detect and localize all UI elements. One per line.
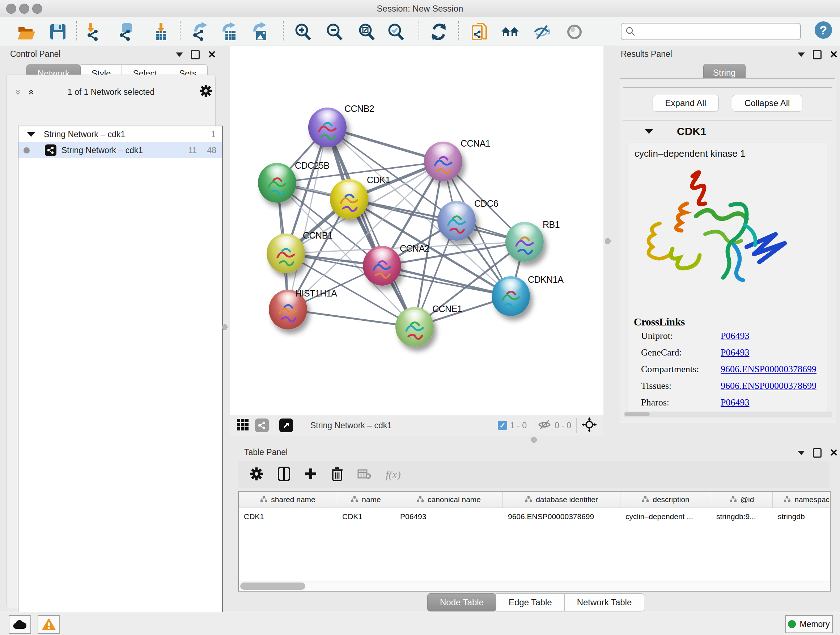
share-document-icon[interactable] [469,22,489,42]
network-node-CDC25B[interactable] [258,163,296,203]
tab-node-table[interactable]: Node Table [427,593,496,611]
fit-content-crosshair-icon[interactable] [582,417,597,434]
crosslink-link[interactable]: P06493 [721,397,749,408]
network-options-gear-icon[interactable] [199,84,212,99]
crosslink-link[interactable]: P06493 [721,347,749,358]
save-session-icon[interactable] [48,22,68,42]
open-session-icon[interactable] [16,22,36,42]
import-network-icon[interactable] [85,22,105,42]
tab-network-table[interactable]: Network Table [565,593,645,611]
crosslink-label: Pharos: [641,397,669,408]
export-table-icon[interactable] [218,22,239,42]
table-cell: CDK1 [337,508,395,525]
toolbar-separator [418,21,419,41]
network-node-CCNB2[interactable] [308,108,347,147]
column-header-database-identifier[interactable]: database identifier [503,492,621,508]
string-home-icon[interactable] [500,22,520,42]
show-all-icon[interactable] [564,22,584,42]
warnings-button[interactable] [38,615,60,634]
footer-separator [274,418,274,432]
search-input[interactable] [636,27,800,36]
birds-eye-view-icon[interactable] [236,418,249,432]
export-image-icon[interactable] [249,22,270,42]
column-header-namespace[interactable]: namespace [773,492,831,508]
panel-close-icon[interactable]: ✕ [829,51,838,58]
hidden-eye-slash-icon[interactable] [537,419,552,432]
scrollbar-thumb[interactable] [240,583,305,590]
column-header-canonical-name[interactable]: canonical name [395,492,503,508]
zoom-fit-icon[interactable] [356,22,377,42]
column-header--id[interactable]: @id [711,492,773,508]
network-node-CCNE1[interactable] [395,307,434,347]
panel-float-icon[interactable] [798,52,805,57]
gene-section-header[interactable]: CDK1 [623,121,832,142]
collection-collapse-icon[interactable] [27,132,35,137]
import-table-icon[interactable] [149,22,169,42]
crosslink-link[interactable]: 9606.ENSP00000378699 [721,380,816,391]
panel-maximize-icon[interactable] [191,50,200,59]
table-horizontal-scrollbar[interactable] [239,581,830,591]
node-label-CCNB1: CCNB1 [303,230,332,241]
network-node-CCNA1[interactable] [424,141,462,181]
network-view-canvas[interactable]: CCNB2 CCNA1 CDC25B CDK1 CDC6 RB1 CCNB1 C… [230,46,603,415]
network-collection-row[interactable]: String Network – cdk1 1 [19,126,222,142]
crosslink-label: Compartments: [641,364,699,375]
network-node-CDK1[interactable] [330,179,368,219]
network-node-CCNB1[interactable] [267,233,305,273]
protein-structure-thumbnail [369,255,395,282]
table-row[interactable]: CDK1CDK1P064939606.ENSP00000378699cyclin… [239,508,830,525]
network-row-selected[interactable]: String Network – cdk1 11 48 [19,142,222,158]
column-label: database identifier [536,495,598,504]
network-node-CCNA2[interactable] [363,246,401,286]
network-node-CDC6[interactable] [437,201,476,241]
cloud-status-button[interactable] [9,615,31,634]
panel-float-icon[interactable] [798,451,805,455]
selected-checkbox-icon[interactable]: ✓ [498,421,507,430]
network-overview-icon[interactable] [255,418,269,432]
panel-maximize-icon[interactable] [813,50,821,59]
refresh-icon[interactable] [429,22,449,42]
table-options-gear-icon[interactable] [249,467,264,482]
export-network-icon[interactable] [190,22,210,42]
delete-column-trash-icon[interactable] [332,467,343,483]
protein-structure-thumbnail [402,317,427,343]
panel-close-icon[interactable]: ✕ [208,51,216,58]
panel-maximize-icon[interactable] [813,448,821,458]
import-network-from-database-icon[interactable] [117,22,137,42]
column-type-icon [729,495,737,504]
right-splitter-handle[interactable] [605,238,611,244]
results-horizontal-scrollbar[interactable] [624,412,832,417]
bottom-splitter-handle[interactable] [531,437,537,443]
left-splitter-handle[interactable] [222,325,227,330]
delete-table-icon [357,469,371,481]
scrollbar-thumb[interactable] [624,412,650,416]
network-node-RB1[interactable] [505,222,544,262]
section-collapse-icon[interactable] [645,129,653,134]
zoom-selected-icon[interactable] [386,22,406,42]
memory-button[interactable]: Memory [785,615,833,633]
hide-selected-icon[interactable] [531,22,552,42]
panel-close-icon[interactable]: ✕ [829,449,838,456]
zoom-out-icon[interactable] [324,22,344,42]
panel-float-icon[interactable] [176,52,183,57]
zoom-in-icon[interactable] [293,22,313,42]
node-table[interactable]: shared name name canonical name database… [238,491,831,592]
column-header-shared-name[interactable]: shared name [239,492,337,508]
tab-edge-table[interactable]: Edge Table [496,593,565,611]
network-node-CDKN1A[interactable] [492,276,530,316]
column-header-description[interactable]: description [621,492,711,508]
column-label: name [362,495,381,504]
expand-all-button[interactable]: Expand All [653,95,719,111]
crosslink-link[interactable]: 9606.ENSP00000378699 [721,364,816,375]
collection-label: String Network – cdk1 [44,130,125,139]
toolbar-search-box[interactable] [621,23,801,40]
create-column-plus-icon[interactable] [305,468,317,481]
current-network-indicator-dot [24,147,30,154]
open-in-new-window-icon[interactable] [279,418,293,432]
show-columns-icon[interactable] [278,467,290,483]
column-header-name[interactable]: name [337,492,395,508]
help-button[interactable]: ? [815,21,832,39]
collapse-all-button[interactable]: Collapse All [732,95,802,111]
crosslink-link[interactable]: P06493 [721,331,749,341]
table-cell: stringdb [773,508,831,525]
